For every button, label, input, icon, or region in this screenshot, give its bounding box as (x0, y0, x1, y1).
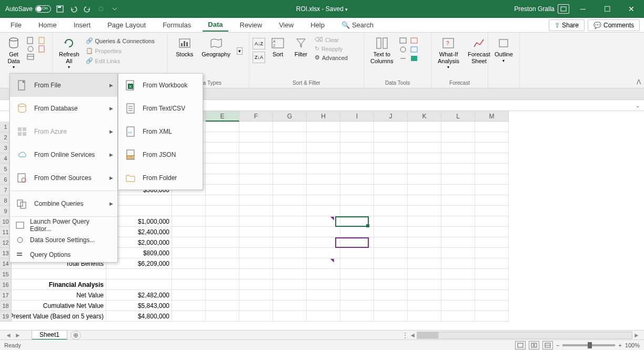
cell-K19[interactable] (408, 311, 441, 322)
cell-C19[interactable]: $4,800,000 (106, 311, 172, 322)
cell-E15[interactable] (206, 269, 239, 279)
cell-C17[interactable]: $2,482,000 (106, 290, 172, 301)
column-header-H[interactable]: H (307, 111, 340, 122)
cell-I9[interactable] (340, 206, 374, 216)
cell-J1[interactable] (374, 122, 408, 132)
cell-L19[interactable] (441, 311, 475, 322)
cell-E18[interactable] (206, 301, 239, 311)
cell-L6[interactable] (441, 174, 475, 185)
sort-desc-icon[interactable]: Z↓A (253, 52, 265, 63)
column-header-J[interactable]: J (374, 111, 408, 122)
cell-M13[interactable] (475, 248, 509, 258)
cell-I16[interactable] (340, 279, 374, 290)
cell-E12[interactable] (206, 237, 239, 248)
cell-E16[interactable] (206, 279, 239, 290)
cell-L5[interactable] (441, 164, 475, 174)
cell-K10[interactable] (408, 216, 441, 227)
column-header-F[interactable]: F (239, 111, 273, 122)
row-header-16[interactable]: 16 (0, 279, 12, 290)
cell-I7[interactable] (340, 185, 374, 195)
menu-from-azure[interactable]: From Azure▶ (10, 120, 117, 143)
cell-J7[interactable] (374, 185, 408, 195)
filter-button[interactable]: Filter (290, 35, 311, 59)
cell-E5[interactable] (206, 164, 239, 174)
column-header-L[interactable]: L (441, 111, 475, 122)
cell-J16[interactable] (374, 279, 408, 290)
cell-K2[interactable] (408, 132, 441, 143)
zoom-slider[interactable] (562, 344, 615, 346)
cell-J8[interactable] (374, 195, 408, 206)
cell-G13[interactable] (273, 248, 307, 258)
cell-M4[interactable] (475, 153, 509, 164)
relationships-icon[interactable] (398, 55, 408, 62)
cell-D19[interactable] (172, 311, 206, 322)
column-header-K[interactable]: K (408, 111, 441, 122)
cell-D18[interactable] (172, 301, 206, 311)
cell-K18[interactable] (408, 301, 441, 311)
cell-E4[interactable] (206, 153, 239, 164)
menu-from-other[interactable]: From Other Sources▶ (10, 166, 117, 189)
cell-M5[interactable] (475, 164, 509, 174)
cell-H11[interactable] (307, 227, 340, 237)
cell-I8[interactable] (340, 195, 374, 206)
normal-view-icon[interactable] (515, 341, 526, 349)
cell-J11[interactable] (374, 227, 408, 237)
cell-E8[interactable] (206, 195, 239, 206)
cell-F15[interactable] (239, 269, 273, 279)
menu-data-source-settings[interactable]: Data Source Settings... (10, 233, 117, 247)
sort-button[interactable]: AZSort (267, 35, 288, 59)
cell-E7[interactable] (206, 185, 239, 195)
cell-G5[interactable] (273, 164, 307, 174)
qat-dropdown-icon[interactable] (110, 4, 119, 14)
cell-I14[interactable] (340, 258, 374, 269)
remove-duplicates-icon[interactable] (409, 37, 419, 44)
cell-G9[interactable] (273, 206, 307, 216)
cell-M8[interactable] (475, 195, 509, 206)
cell-D13[interactable] (172, 248, 206, 258)
cell-F1[interactable] (239, 122, 273, 132)
cell-H5[interactable] (307, 164, 340, 174)
cell-D17[interactable] (172, 290, 206, 301)
cell-L17[interactable] (441, 290, 475, 301)
from-text-icon[interactable] (26, 37, 36, 44)
cell-K13[interactable] (408, 248, 441, 258)
cell-H15[interactable] (307, 269, 340, 279)
column-header-M[interactable]: M (475, 111, 509, 122)
data-model-icon[interactable] (409, 55, 419, 62)
cell-F2[interactable] (239, 132, 273, 143)
consolidate-icon[interactable] (409, 46, 419, 53)
text-to-columns-button[interactable]: Text to Columns (367, 35, 396, 65)
from-table-icon[interactable] (26, 54, 36, 61)
cell-G18[interactable] (273, 301, 307, 311)
cell-L11[interactable] (441, 227, 475, 237)
cell-H18[interactable] (307, 301, 340, 311)
cell-M18[interactable] (475, 301, 509, 311)
cell-D9[interactable] (172, 206, 206, 216)
tab-insert[interactable]: Insert (68, 19, 96, 31)
cell-E19[interactable] (206, 311, 239, 322)
cell-G6[interactable] (273, 174, 307, 185)
cell-L4[interactable] (441, 153, 475, 164)
cell-D14[interactable] (172, 258, 206, 269)
cell-M6[interactable] (475, 174, 509, 185)
cell-B19[interactable]: Net Present Value (Based on 5 years) (12, 311, 106, 322)
cell-I3[interactable] (340, 143, 374, 153)
get-data-button[interactable]: Get Data ▾ (3, 35, 24, 71)
cell-M9[interactable] (475, 206, 509, 216)
collapse-ribbon-icon[interactable]: ᐱ (637, 78, 641, 86)
cell-J3[interactable] (374, 143, 408, 153)
cell-L14[interactable] (441, 258, 475, 269)
cell-F8[interactable] (239, 195, 273, 206)
cell-H16[interactable] (307, 279, 340, 290)
user-name[interactable]: Preston Gralla (514, 5, 555, 13)
save-icon[interactable] (55, 4, 65, 14)
refresh-all-button[interactable]: Refresh All▾ (56, 35, 83, 71)
cell-L9[interactable] (441, 206, 475, 216)
cell-I15[interactable] (340, 269, 374, 279)
close-button[interactable]: ✕ (621, 0, 642, 18)
cell-D8[interactable] (172, 195, 206, 206)
cell-K17[interactable] (408, 290, 441, 301)
cell-H7[interactable] (307, 185, 340, 195)
cell-F4[interactable] (239, 153, 273, 164)
cell-J6[interactable] (374, 174, 408, 185)
